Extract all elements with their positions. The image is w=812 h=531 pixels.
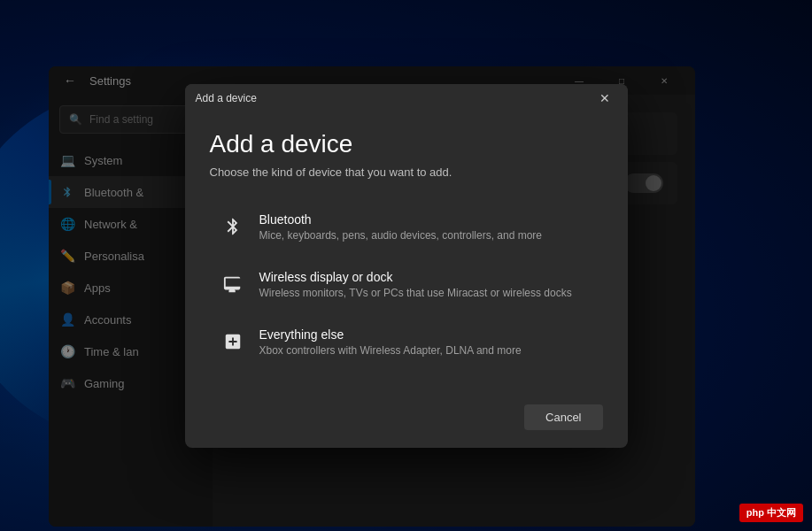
wireless-display-text: Wireless display or dock Wireless monito… <box>259 270 592 299</box>
php-badge: php 中文网 <box>739 504 803 522</box>
everything-else-name: Everything else <box>259 327 592 342</box>
wireless-display-icon <box>220 272 245 296</box>
modal-footer: Cancel <box>185 394 628 448</box>
modal-titlebar: Add a device ✕ <box>185 84 628 112</box>
bluetooth-device-name: Bluetooth <box>259 212 592 227</box>
modal-titlebar-title: Add a device <box>196 92 257 104</box>
bluetooth-device-desc: Mice, keyboards, pens, audio devices, co… <box>259 229 592 242</box>
everything-else-icon <box>220 329 245 354</box>
modal-close-button[interactable]: ✕ <box>592 86 617 111</box>
device-option-bluetooth[interactable]: Bluetooth Mice, keyboards, pens, audio d… <box>210 200 603 254</box>
cancel-button[interactable]: Cancel <box>524 404 602 430</box>
wireless-display-name: Wireless display or dock <box>259 270 592 284</box>
modal-subtitle: Choose the kind of device that you want … <box>210 165 603 179</box>
add-device-modal: Add a device ✕ Add a device Choose the k… <box>185 84 628 448</box>
everything-else-text: Everything else Xbox controllers with Wi… <box>259 327 592 357</box>
modal-overlay: Add a device ✕ Add a device Choose the k… <box>0 0 812 531</box>
modal-body: Add a device Choose the kind of device t… <box>185 112 628 394</box>
device-option-wireless-display[interactable]: Wireless display or dock Wireless monito… <box>210 258 603 312</box>
bluetooth-device-icon <box>220 214 245 239</box>
everything-else-desc: Xbox controllers with Wireless Adapter, … <box>259 344 592 357</box>
wireless-display-desc: Wireless monitors, TVs or PCs that use M… <box>259 287 592 299</box>
device-option-everything-else[interactable]: Everything else Xbox controllers with Wi… <box>210 315 603 369</box>
bluetooth-device-text: Bluetooth Mice, keyboards, pens, audio d… <box>259 212 592 242</box>
modal-heading: Add a device <box>210 130 603 158</box>
